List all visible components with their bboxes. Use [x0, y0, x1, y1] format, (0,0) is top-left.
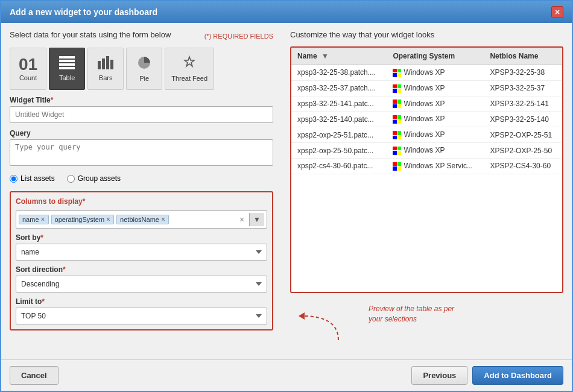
- columns-tags-input[interactable]: name × operatingSystem × netbiosName × ×…: [16, 210, 267, 229]
- windows-icon: [393, 131, 401, 139]
- threat-feed-label: Threat Feed: [171, 75, 207, 82]
- cell-netbios: XPSP3-32-25-140: [484, 112, 562, 127]
- preview-note-area: Preview of the table as per your selecti…: [290, 298, 563, 352]
- limit-label: Limit to*: [16, 297, 267, 306]
- list-assets-radio[interactable]: [10, 175, 17, 183]
- cell-netbios: XPSP2-OXP-25-50: [484, 143, 562, 159]
- sort-by-group: Sort by* name operatingSystem netbiosNam…: [16, 233, 267, 261]
- footer-right-buttons: Previous Add to Dashboard: [411, 366, 563, 385]
- table-row: xpsp3-32-25-141.patc...Windows XPXPSP3-3…: [291, 96, 562, 112]
- bars-label: Bars: [99, 74, 113, 81]
- table-header-row: Name ▼ Operating System Netbios Name: [291, 48, 562, 65]
- threat-feed-icon: [182, 55, 197, 72]
- close-button[interactable]: ×: [551, 6, 563, 18]
- tag-operating-system: operatingSystem ×: [51, 215, 115, 224]
- limit-select[interactable]: TOP 50 TOP 100 TOP 200: [16, 308, 267, 324]
- count-value: 01: [19, 56, 37, 73]
- windows-icon: [393, 162, 401, 171]
- cell-name: xpsp2-oxp-25-50.patc...: [291, 143, 387, 159]
- widget-type-count[interactable]: 01 Count: [10, 48, 46, 90]
- sort-direction-select-wrapper: Descending Ascending: [16, 276, 267, 292]
- cell-name: xpsp2-cs4-30-60.patc...: [291, 158, 387, 174]
- table-row: xpsp3-32-25-37.patch....Windows XPXPSP3-…: [291, 80, 562, 96]
- cell-netbios: XPSP2-CS4-30-60: [484, 158, 562, 174]
- cancel-button[interactable]: Cancel: [10, 366, 59, 385]
- sort-by-select[interactable]: name operatingSystem netbiosName: [16, 244, 267, 261]
- tag-netbios-remove[interactable]: ×: [161, 216, 165, 223]
- list-assets-option[interactable]: List assets: [10, 174, 55, 183]
- left-header: Select data for your stats using the for…: [10, 30, 273, 42]
- right-panel: Customize the way that your widget looks…: [282, 23, 572, 359]
- modal-footer: Cancel Previous Add to Dashboard: [1, 359, 572, 391]
- svg-rect-1: [59, 60, 75, 62]
- previous-button[interactable]: Previous: [411, 366, 467, 385]
- columns-dropdown-button[interactable]: ▼: [249, 213, 264, 226]
- svg-rect-0: [59, 56, 75, 58]
- table-row: xpsp2-oxp-25-51.patc...Windows XPXPSP2-O…: [291, 127, 562, 143]
- col-header-os: Operating System: [387, 48, 484, 65]
- cell-name: xpsp3-32-25-38.patch....: [291, 65, 387, 81]
- sort-direction-group: Sort direction* Descending Ascending: [16, 265, 267, 292]
- modal-dialog: Add a new widget to your dashboard × Sel…: [0, 0, 573, 392]
- widget-title-input[interactable]: [10, 106, 273, 123]
- table-row: xpsp2-cs4-30-60.patc...Windows XP Servic…: [291, 158, 562, 174]
- tag-netbios-name: netbiosName ×: [116, 215, 169, 224]
- limit-group: Limit to* TOP 50 TOP 100 TOP 200: [16, 297, 267, 324]
- cell-os: Windows XP Servic...: [387, 158, 484, 174]
- cell-os: Windows XP: [387, 112, 484, 127]
- svg-rect-4: [98, 61, 101, 69]
- cell-netbios: XPSP2-OXP-25-51: [484, 127, 562, 143]
- windows-icon: [393, 147, 401, 155]
- windows-icon: [393, 69, 401, 77]
- widget-type-bars[interactable]: Bars: [87, 48, 124, 90]
- tag-name-remove[interactable]: ×: [41, 216, 45, 223]
- windows-icon: [393, 84, 401, 93]
- list-assets-label: List assets: [21, 174, 55, 183]
- col-header-name[interactable]: Name ▼: [291, 48, 387, 65]
- sort-direction-label: Sort direction*: [16, 265, 267, 274]
- cell-netbios: XPSP3-32-25-141: [484, 96, 562, 112]
- pie-icon: [137, 55, 151, 72]
- cell-os: Windows XP: [387, 127, 484, 143]
- cell-os: Windows XP: [387, 143, 484, 159]
- columns-clear-button[interactable]: ×: [237, 215, 247, 224]
- cell-name: xpsp2-oxp-25-51.patc...: [291, 127, 387, 143]
- table-icon: [59, 56, 75, 72]
- preview-table: Name ▼ Operating System Netbios Name xps…: [291, 48, 562, 174]
- widget-type-table[interactable]: Table: [49, 48, 85, 90]
- required-note: (*) REQUIRED FIELDS: [204, 33, 273, 40]
- cell-name: xpsp3-32-25-141.patc...: [291, 96, 387, 112]
- limit-select-wrapper: TOP 50 TOP 100 TOP 200: [16, 308, 267, 324]
- tag-name: name ×: [19, 215, 49, 224]
- right-section-title: Customize the way that your widget looks: [290, 30, 563, 39]
- group-assets-radio[interactable]: [67, 175, 75, 183]
- cell-name: xpsp3-32-25-140.patc...: [291, 112, 387, 127]
- windows-icon: [393, 115, 401, 124]
- col-header-netbios: Netbios Name: [484, 48, 562, 65]
- group-assets-option[interactable]: Group assets: [67, 174, 121, 183]
- widget-type-selector: 01 Count Table: [10, 48, 273, 90]
- table-label: Table: [59, 74, 75, 81]
- svg-rect-3: [59, 67, 75, 69]
- query-input[interactable]: [10, 139, 273, 166]
- sort-direction-select[interactable]: Descending Ascending: [16, 276, 267, 292]
- sort-by-label: Sort by*: [16, 233, 267, 242]
- preview-note-text: Preview of the table as per your selecti…: [369, 304, 465, 324]
- table-row: xpsp3-32-25-140.patc...Windows XPXPSP3-3…: [291, 112, 562, 127]
- add-to-dashboard-button[interactable]: Add to Dashboard: [472, 366, 563, 385]
- windows-icon: [393, 100, 401, 108]
- arrow-container: [290, 304, 362, 352]
- preview-table-body: xpsp3-32-25-38.patch....Windows XPXPSP3-…: [291, 65, 562, 174]
- cell-os: Windows XP: [387, 80, 484, 96]
- modal-header: Add a new widget to your dashboard ×: [1, 1, 572, 23]
- widget-type-threat-feed[interactable]: Threat Feed: [165, 48, 214, 90]
- preview-table-container: Name ▼ Operating System Netbios Name xps…: [290, 46, 563, 293]
- columns-tag-text-input[interactable]: [171, 215, 235, 224]
- dashed-arrow-svg: [290, 304, 350, 346]
- columns-to-display-box: Columns to display* name × operatingSyst…: [10, 191, 273, 330]
- modal-body: Select data for your stats using the for…: [1, 23, 572, 359]
- tag-os-remove[interactable]: ×: [106, 216, 110, 223]
- svg-rect-6: [106, 56, 109, 69]
- widget-type-pie[interactable]: Pie: [126, 48, 162, 90]
- tag-name-text: name: [22, 216, 39, 223]
